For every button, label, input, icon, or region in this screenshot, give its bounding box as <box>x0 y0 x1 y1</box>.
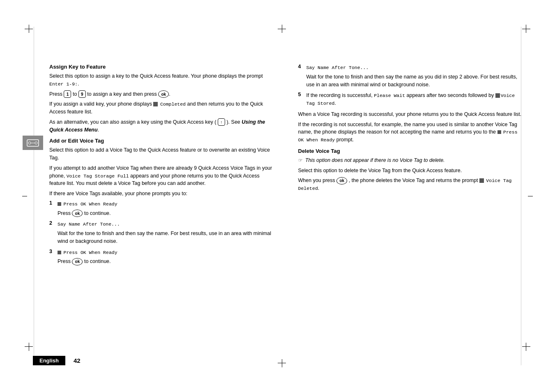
vline-left <box>34 27 34 365</box>
section-delete-voice-tag: Delete Voice Tag ☞ This option does not … <box>298 148 523 192</box>
section-assign-key-title: Assign Key to Feature <box>49 64 274 70</box>
corner-mark-tl <box>25 25 33 33</box>
section-add-voice-tag-title: Add or Edit Voice Tag <box>49 138 274 144</box>
ok-button-delete: ok <box>336 177 347 184</box>
assign-key-para1: Select this option to assign a key to th… <box>49 72 274 88</box>
right-para-fail: If the recording is not successful, for … <box>298 121 523 144</box>
right-column: 4 Say Name After Tone... Wait for the to… <box>292 64 523 339</box>
left-column: Assign Key to Feature Select this option… <box>49 64 280 339</box>
list-item-5: 5 If the recording is successful, Please… <box>298 92 523 107</box>
list-icon-1 <box>58 202 61 206</box>
list-item-3: 3 Press OK When Ready Press ok to contin… <box>49 249 274 266</box>
corner-mark-tr <box>522 25 530 33</box>
page-content: Assign Key to Feature Select this option… <box>49 64 522 339</box>
footer: English 42 <box>0 356 555 365</box>
list-item-2: 2 Say Name After Tone... Wait for the to… <box>49 220 274 245</box>
section-add-voice-tag: Add or Edit Voice Tag Select this option… <box>49 138 274 265</box>
assign-key-para3: If you assign a valid key, your phone di… <box>49 100 274 116</box>
check-icon-2 <box>495 93 500 98</box>
assign-key-para4: As an alternative, you can also assign a… <box>49 118 274 134</box>
delete-note: ☞ This option does not appear if there i… <box>298 157 523 164</box>
ok-button-list3: ok <box>72 258 83 265</box>
up-key-button: ↑ <box>218 118 225 126</box>
add-voice-para3: If there are Voice Tags available, your … <box>49 190 274 198</box>
list-icon-fail <box>497 130 501 134</box>
section-assign-key: Assign Key to Feature Select this option… <box>49 64 274 134</box>
sidebar-icon <box>23 136 43 150</box>
ok-button-list1: ok <box>72 210 83 217</box>
list-item-1: 1 Press OK When Ready Press ok to contin… <box>49 200 274 217</box>
note-icon: ☞ <box>298 157 303 164</box>
svg-point-1 <box>28 142 31 144</box>
svg-point-2 <box>35 142 37 144</box>
check-icon-1 <box>153 102 158 106</box>
check-icon-3 <box>479 178 484 183</box>
right-para-success: When a Voice Tag recording is successful… <box>298 111 523 118</box>
key-9-button: 9 <box>78 90 86 98</box>
list-item-4: 4 Say Name After Tone... Wait for the to… <box>298 64 523 88</box>
mid-mark-right <box>528 196 533 196</box>
delete-voice-tag-title: Delete Voice Tag <box>298 148 523 154</box>
assign-key-para2: Press 1 to 9 to assign a key and then pr… <box>49 90 274 98</box>
key-1-button: 1 <box>64 90 71 98</box>
ok-button-1: ok <box>158 90 169 98</box>
footer-language: English <box>33 356 65 365</box>
mid-mark-left <box>22 196 27 196</box>
delete-para1: Select this option to delete the Voice T… <box>298 167 523 175</box>
corner-mark-bl <box>25 343 33 351</box>
delete-para2: When you press ok , the phone deletes th… <box>298 177 523 192</box>
list-icon-3 <box>58 251 61 254</box>
add-voice-para2: If you attempt to add another Voice Tag … <box>49 164 274 187</box>
corner-mark-br <box>522 343 530 351</box>
voice-tag-list: 1 Press OK When Ready Press ok to contin… <box>49 200 274 265</box>
footer-page-number: 42 <box>74 357 81 364</box>
add-voice-para1: Select this option to add a Voice Tag to… <box>49 146 274 162</box>
